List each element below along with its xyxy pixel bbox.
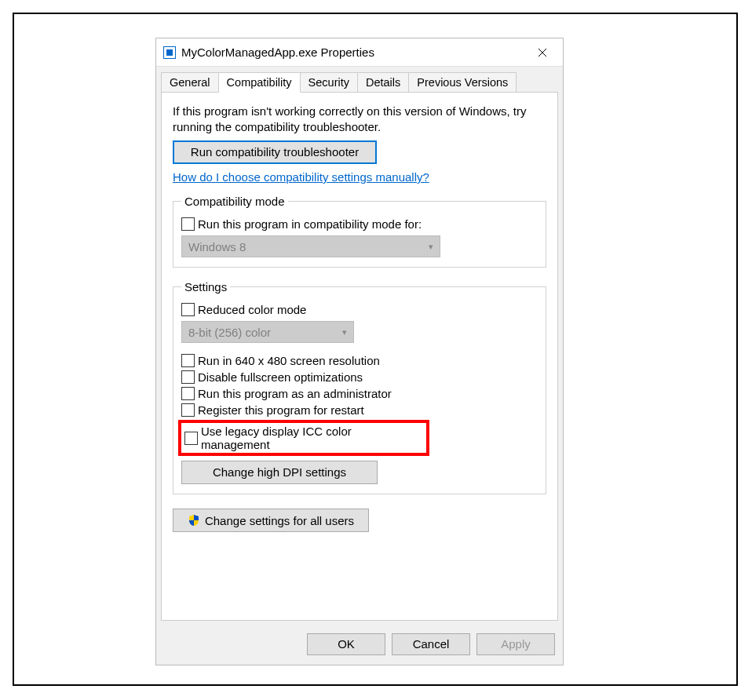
compatibility-mode-group: Compatibility mode Run this program in c… [173, 195, 546, 268]
apply-button: Apply [476, 633, 555, 655]
run-as-admin-label: Run this program as an administrator [198, 387, 392, 400]
reduced-color-label: Reduced color mode [198, 303, 306, 316]
tab-previous-versions[interactable]: Previous Versions [409, 72, 517, 93]
tab-general[interactable]: General [161, 72, 219, 93]
color-mode-combo[interactable]: 8-bit (256) color ▾ [181, 321, 354, 343]
titlebar: MyColorManagedApp.exe Properties [156, 38, 563, 67]
uac-shield-icon [188, 514, 200, 527]
change-all-users-label: Change settings for all users [205, 514, 354, 527]
close-icon [538, 48, 547, 57]
properties-dialog: MyColorManagedApp.exe Properties General… [155, 38, 564, 665]
register-restart-checkbox[interactable] [181, 403, 195, 417]
change-all-users-button[interactable]: Change settings for all users [173, 509, 369, 532]
compat-mode-combo-value: Windows 8 [188, 240, 246, 253]
run-as-admin-checkbox[interactable] [181, 387, 195, 400]
dialog-button-row: OK Cancel Apply [156, 625, 563, 665]
color-mode-combo-value: 8-bit (256) color [188, 326, 271, 339]
intro-text: If this program isn't working correctly … [173, 104, 546, 134]
compatibility-mode-legend: Compatibility mode [181, 195, 288, 208]
settings-legend: Settings [181, 280, 230, 293]
chevron-down-icon: ▾ [342, 327, 347, 337]
legacy-icc-checkbox[interactable] [184, 432, 198, 445]
document-frame: MyColorManagedApp.exe Properties General… [13, 13, 738, 686]
tabstrip: General Compatibility Security Details P… [156, 67, 563, 92]
run-troubleshooter-button[interactable]: Run compatibility troubleshooter [173, 140, 377, 164]
app-icon [162, 46, 177, 60]
tab-panel-compatibility: If this program isn't working correctly … [161, 92, 558, 621]
disable-fullscreen-checkbox[interactable] [181, 370, 195, 384]
legacy-icc-highlight: Use legacy display ICC color management [178, 420, 429, 456]
tab-details[interactable]: Details [358, 72, 409, 93]
compat-mode-combo[interactable]: Windows 8 ▾ [181, 235, 440, 257]
register-restart-label: Register this program for restart [198, 403, 364, 417]
tab-compatibility[interactable]: Compatibility [219, 72, 301, 93]
tab-security[interactable]: Security [301, 72, 358, 93]
reduced-color-checkbox[interactable] [181, 303, 195, 316]
window-title: MyColorManagedApp.exe Properties [181, 46, 525, 59]
cancel-button[interactable]: Cancel [392, 633, 470, 655]
settings-group: Settings Reduced color mode 8-bit (256) … [173, 280, 546, 494]
help-link[interactable]: How do I choose compatibility settings m… [173, 170, 546, 184]
disable-fullscreen-label: Disable fullscreen optimizations [198, 370, 363, 384]
close-button[interactable] [525, 40, 560, 65]
run-640x480-label: Run in 640 x 480 screen resolution [198, 354, 380, 367]
ok-button[interactable]: OK [307, 633, 385, 655]
legacy-icc-label: Use legacy display ICC color management [201, 425, 423, 451]
compat-mode-checkbox[interactable] [181, 217, 195, 231]
chevron-down-icon: ▾ [429, 242, 433, 252]
run-640x480-checkbox[interactable] [181, 354, 195, 367]
svg-rect-1 [166, 49, 173, 56]
change-dpi-button[interactable]: Change high DPI settings [181, 461, 378, 484]
compat-mode-label: Run this program in compatibility mode f… [198, 217, 422, 231]
